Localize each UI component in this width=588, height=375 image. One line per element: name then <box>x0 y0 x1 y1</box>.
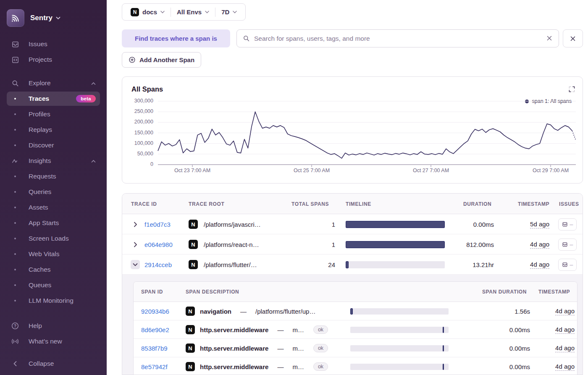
sidebar-item-assets[interactable]: Assets <box>7 200 100 215</box>
sentry-app: Sentry Issues Projects Explore <box>0 0 588 375</box>
nextjs-platform-icon: N <box>131 8 139 16</box>
help-icon: ? <box>11 322 19 330</box>
timestamp-value: 4d ago <box>555 344 575 352</box>
org-name: Sentry <box>30 14 52 22</box>
section-label: Insights <box>29 157 51 165</box>
col-header-trace-id: TRACE ID <box>131 194 157 214</box>
trace-root-text: /platforms/javascri… <box>204 221 261 228</box>
sidebar-label: Requests <box>29 173 56 180</box>
sidebar-item-caches[interactable]: Caches <box>7 262 100 277</box>
expand-row-button[interactable] <box>130 234 141 254</box>
timeline-bar <box>346 221 445 228</box>
span-op: http.server.middleware <box>200 345 268 352</box>
span-row[interactable]: 920934b6 N navigation — /platforms/flutt… <box>134 302 577 320</box>
issues-icon <box>562 221 568 227</box>
chevron-down-icon <box>56 16 60 20</box>
search-icon <box>243 35 250 42</box>
span-row[interactable]: 8538f7b9 N http.server.middleware — m… o… <box>134 339 577 357</box>
search-input[interactable] <box>254 35 540 42</box>
chevron-left-icon <box>11 361 19 367</box>
traces-table-header: TRACE ID TRACE ROOT TOTAL SPANS TIMELINE… <box>122 194 583 214</box>
span-duration-value: 0.00ms <box>484 357 530 375</box>
sidebar-item-projects[interactable]: Projects <box>7 52 100 67</box>
issues-indicator[interactable]: – <box>558 259 577 271</box>
sidebar-collapse-button[interactable]: Collapse <box>7 357 100 371</box>
find-traces-label[interactable]: Find traces where a span is <box>122 29 230 47</box>
issues-icon <box>562 241 568 247</box>
bullet-icon <box>11 98 19 100</box>
clear-search-icon[interactable] <box>545 34 554 44</box>
sidebar-label: Web Vitals <box>29 250 60 258</box>
trace-row-expanded[interactable]: 2914cceb N /platforms/flutter/… 24 13.21… <box>122 254 583 275</box>
expand-row-button[interactable] <box>130 214 141 234</box>
add-another-span-button[interactable]: Add Another Span <box>122 52 201 68</box>
nextjs-platform-icon: N <box>186 307 195 316</box>
trace-row[interactable]: f1e0d7c3 N /platforms/javascri… 1 0.00ms… <box>122 214 583 234</box>
span-path: m… <box>292 363 304 370</box>
nextjs-platform-icon: N <box>189 240 198 249</box>
sidebar-item-help[interactable]: ? Help <box>7 319 100 333</box>
trace-row[interactable]: e064e980 N /platforms/react-n… 1 812.00m… <box>122 234 583 254</box>
span-path: /platforms/flutter/up… <box>255 308 315 315</box>
bullet-icon <box>11 284 19 286</box>
timestamp-value: 4d ago <box>530 241 549 249</box>
nextjs-platform-icon: N <box>189 220 198 229</box>
duration-value: 812.00ms <box>444 234 494 254</box>
span-row[interactable]: 8e57942f N http.server.middleware — m… o… <box>134 357 577 375</box>
bullet-icon <box>11 207 19 208</box>
remove-span-filter-button[interactable] <box>563 29 583 47</box>
sentry-logo-icon[interactable] <box>7 9 24 27</box>
span-timeline-bar <box>350 308 449 315</box>
timeline-bar <box>346 261 445 268</box>
duration-value: 0.00ms <box>444 214 494 234</box>
bullet-icon <box>11 176 19 177</box>
sidebar-item-issues[interactable]: Issues <box>7 37 100 51</box>
environment-selector[interactable]: All Envs <box>171 4 215 20</box>
trace-id-link[interactable]: e064e980 <box>144 241 173 248</box>
sidebar-item-llm-monitoring[interactable]: LLM Monitoring <box>7 294 100 308</box>
date-range-selector[interactable]: 7D <box>215 4 243 20</box>
sidebar-item-whats-new[interactable]: What's new <box>7 334 100 349</box>
span-id-link[interactable]: 8d6e90e2 <box>141 326 169 333</box>
col-header-span-id: SPAN ID <box>141 282 163 302</box>
plus-circle-icon <box>129 56 136 63</box>
issues-indicator[interactable]: – <box>558 218 577 231</box>
span-table: SPAN ID SPAN DESCRIPTION SPAN DURATION T… <box>133 281 578 375</box>
span-timeline-bar <box>350 327 449 333</box>
line-chart[interactable] <box>122 77 583 178</box>
sidebar-section-insights[interactable]: Insights <box>7 154 100 168</box>
separator: — <box>240 308 247 315</box>
sidebar-item-traces[interactable]: Traces beta <box>7 92 100 106</box>
span-id-link[interactable]: 8e57942f <box>141 363 168 370</box>
collapse-row-button[interactable] <box>130 254 141 275</box>
span-duration-value: 0.00ms <box>484 320 530 339</box>
all-spans-chart-panel: All Spans span 1: All spans 300,000 250,… <box>122 76 583 184</box>
x-tick-label: Oct 23 7:00 AM <box>159 168 226 173</box>
separator: — <box>277 345 284 352</box>
issues-indicator[interactable]: – <box>558 239 577 251</box>
sidebar-section-explore[interactable]: Explore <box>7 76 100 90</box>
span-duration-value: 0.00ms <box>484 339 530 357</box>
span-op: http.server.middleware <box>200 326 268 333</box>
col-header-duration: DURATION <box>463 194 491 214</box>
sidebar-item-requests[interactable]: Requests <box>7 169 100 184</box>
sidebar-item-replays[interactable]: Replays <box>7 123 100 137</box>
org-switcher[interactable]: Sentry <box>30 14 60 22</box>
sidebar-item-screen-loads[interactable]: Screen Loads <box>7 231 100 246</box>
trace-id-link[interactable]: 2914cceb <box>144 261 172 268</box>
org-header: Sentry <box>0 0 107 30</box>
sidebar-item-queues[interactable]: Queues <box>7 278 100 292</box>
span-id-link[interactable]: 8538f7b9 <box>141 345 168 352</box>
project-selector[interactable]: N docs <box>125 4 171 20</box>
sidebar-item-app-starts[interactable]: App Starts <box>7 216 100 230</box>
trace-id-link[interactable]: f1e0d7c3 <box>144 221 171 228</box>
timestamp-value: 4d ago <box>555 326 575 334</box>
sidebar-item-profiles[interactable]: Profiles <box>7 107 100 121</box>
sidebar-item-queries[interactable]: Queries <box>7 185 100 199</box>
span-id-link[interactable]: 920934b6 <box>141 308 169 315</box>
total-spans-value: 24 <box>302 254 335 275</box>
sidebar-item-discover[interactable]: Discover <box>7 138 100 152</box>
span-row[interactable]: 8d6e90e2 N http.server.middleware — m… o… <box>134 320 577 339</box>
col-header-timestamp: TIMESTAMP <box>518 194 549 214</box>
sidebar-item-web-vitals[interactable]: Web Vitals <box>7 247 100 261</box>
